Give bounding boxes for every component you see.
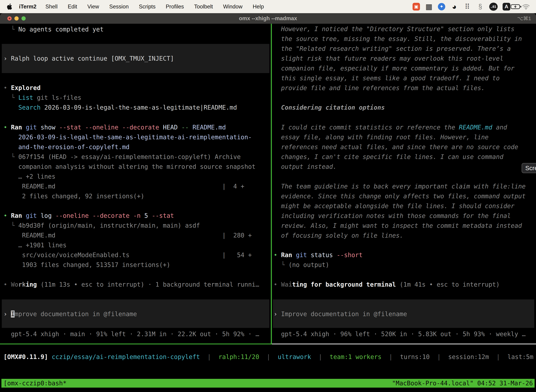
- terminal-line: • Ran git show --stat --oneline --decora…: [4, 122, 226, 132]
- terminal-line: Search 2026-03-09-is-legal-the-same-as-l…: [4, 103, 237, 112]
- title-bar: omx --xhigh --madmax ⌥⌘1: [0, 13, 536, 24]
- terminal-line: [OMX#0.11.9] cczip/essay/ai-reimplementa…: [4, 352, 536, 362]
- spark-badge-icon[interactable]: ✦: [438, 3, 445, 10]
- terminal-content: └ No agents completed yet› Ralph loop ac…: [0, 24, 536, 392]
- squiggle-icon[interactable]: §: [476, 3, 484, 11]
- menu-item-scripts[interactable]: Scripts: [139, 4, 156, 10]
- terminal-line: • Ran git status --short: [274, 250, 363, 260]
- screenshot-icon[interactable]: ▣: [412, 3, 420, 10]
- menu-bar: iTerm2 ShellEditViewSessionScriptsProfil…: [0, 0, 536, 13]
- terminal-line: └ 067f154 (HEAD -> essay/ai-reimplementa…: [4, 152, 241, 162]
- window-title: omx --xhigh --madmax: [0, 15, 536, 22]
- menu-app-name[interactable]: iTerm2: [19, 4, 36, 10]
- terminal-line: • Waiting for background terminal (1m 41…: [274, 280, 500, 289]
- apple-logo-icon: [6, 3, 13, 10]
- terminal-line: └ No agents completed yet: [4, 24, 104, 34]
- terminal-line: including verification notes with those …: [274, 211, 511, 221]
- terminal-line: • Working (11m 13s • esc to interrupt) ·…: [4, 280, 259, 289]
- terminal-line: • Explored: [4, 83, 41, 93]
- screen-tooltip-label: Scre: [525, 165, 536, 172]
- menu-item-edit[interactable]: Edit: [68, 4, 77, 10]
- left-pane-transcript: └ No agents completed yet› Ralph loop ac…: [4, 24, 271, 344]
- terminal-line: essay file, along with finding root file…: [274, 132, 488, 142]
- tmux-host-clock: "MacBook-Pro-44.local" 04:52 31-Mar-26: [392, 380, 535, 387]
- terminal-line: gpt-5.4 xhigh · 96% left · 520K in · 5.8…: [274, 329, 526, 339]
- apple-menu-icon[interactable]: [6, 3, 13, 11]
- terminal-line: the source tree, missing the essay. Stil…: [274, 34, 522, 44]
- terminal-line: README.md | 4 +: [4, 182, 244, 191]
- terminal-line: companion analysis without altering the …: [4, 162, 255, 172]
- iterm-window: omx --xhigh --madmax ⌥⌘1 └ No agents com…: [0, 13, 536, 392]
- screen-tooltip[interactable]: Scre: [522, 163, 536, 173]
- pane-divider[interactable]: [271, 24, 272, 344]
- terminal-line: However, I noticed the "Directory Struct…: [274, 24, 515, 34]
- menu-item-window[interactable]: Window: [223, 4, 243, 10]
- terminal-line: 2 files changed, 92 insertions(+): [4, 191, 144, 201]
- wifi-icon[interactable]: [522, 3, 530, 11]
- menubar-status-icons: ▣▦✦◕⠿§..61A: [412, 3, 510, 11]
- terminal-line: and-the-erosion-of-copyleft.md: [4, 142, 129, 152]
- terminal-line: this single essay, it seems like a good …: [274, 73, 500, 83]
- terminal-line: provide file and line references from th…: [274, 83, 485, 93]
- terminal-line: changes, I can't cite specific file line…: [274, 152, 503, 162]
- terminal-line: gpt-5.4 xhigh · main · 91% left · 2.31M …: [4, 329, 259, 339]
- terminal-line: › Improve documentation in @filename: [4, 309, 137, 319]
- terminal-line: … +1901 lines: [4, 240, 67, 250]
- terminal-line: • Ran git log --oneline --decorate -n 5 …: [4, 211, 174, 221]
- terminal-line: evidence. Since this change only affects…: [274, 191, 526, 201]
- terminal-line: might be acceptable alongside the file l…: [274, 201, 515, 211]
- menu-items: ShellEditViewSessionScriptsProfilesToolb…: [40, 4, 269, 10]
- terminal-line: 2026-03-09-is-legal-the-same-as-legitima…: [4, 132, 252, 142]
- terminal-line: › Improve documentation in @filename: [274, 309, 407, 319]
- terminal-line: references need actual files, and since …: [274, 142, 518, 152]
- input-source-icon[interactable]: A: [502, 3, 510, 10]
- menu-item-profiles[interactable]: Profiles: [166, 4, 184, 10]
- dots-grid-icon[interactable]: ⠿: [463, 3, 471, 11]
- terminal-line: README.md | 280 +: [4, 230, 252, 240]
- menu-item-view[interactable]: View: [87, 4, 99, 10]
- terminal-line: src/voice/voiceModeEnabled.ts | 54 +: [4, 250, 252, 260]
- window-shortcut-badge: ⌥⌘1: [517, 13, 531, 24]
- terminal-line: › Ralph loop active continue [OMX_TMUX_I…: [4, 54, 174, 63]
- terminal-line: I could cite commit statistics or refere…: [274, 122, 507, 132]
- terminal-line: the "Related research writing" section i…: [274, 44, 511, 54]
- menu-item-toolbelt[interactable]: Toolbelt: [194, 4, 213, 10]
- terminal-line: └ List git ls-files: [4, 93, 81, 103]
- right-pane-transcript: However, I noticed the "Directory Struct…: [274, 24, 534, 344]
- terminal-line: … +2 lines: [4, 172, 55, 182]
- terminal-line: output instead.: [274, 162, 337, 172]
- terminal-line: The team guideline is to back every impo…: [274, 182, 526, 191]
- terminal-line: companion file, especially if more comme…: [274, 63, 515, 73]
- tmux-window-name[interactable]: [omx-cczip0:bash*: [1, 380, 67, 387]
- disc-icon[interactable]: ◕: [450, 3, 458, 11]
- keypad-shield-icon[interactable]: ▦: [425, 3, 433, 11]
- terminal-line: 1903 files changed, 513517 insertions(+): [4, 260, 170, 270]
- terminal-line: └ 4b9d30f (origin/main, instructkr/main,…: [4, 221, 200, 230]
- screen: iTerm2 ShellEditViewSessionScriptsProfil…: [0, 0, 536, 392]
- timer-badge-icon[interactable]: ..61: [489, 3, 498, 11]
- menu-item-help[interactable]: Help: [253, 4, 264, 10]
- terminal-line: of focusing solely on file lines.: [274, 231, 403, 240]
- menu-item-shell[interactable]: Shell: [45, 4, 57, 10]
- terminal-line: review. Also, I might want to inspect th…: [274, 221, 522, 231]
- menu-item-session[interactable]: Session: [109, 4, 129, 10]
- terminal-line: slight risk that future readers may over…: [274, 54, 503, 63]
- battery-icon[interactable]: [510, 3, 522, 11]
- tmux-status-bar: [omx-cczip0:bash* "MacBook-Pro-44.local"…: [1, 379, 535, 387]
- terminal-line: Considering citation options: [274, 103, 385, 112]
- terminal-line: └ (no output): [274, 260, 329, 270]
